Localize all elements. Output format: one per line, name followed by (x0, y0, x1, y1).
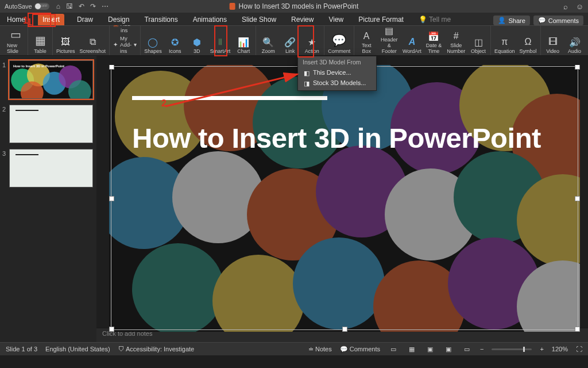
video-button[interactable]: 🎞Video (544, 36, 562, 54)
header-footer-button[interactable]: ▤Header & Footer (380, 25, 399, 54)
qat-more-icon[interactable]: ⋯ (102, 2, 109, 10)
document-title: How to Insert 3D models in PowerPoint (230, 2, 359, 10)
fit-to-window-icon[interactable]: ⛶ (576, 346, 582, 352)
equation-button[interactable]: πEquation (494, 36, 515, 54)
reading-view-icon[interactable]: ▣ (425, 345, 435, 353)
comment-button[interactable]: 💬Comment (328, 33, 350, 54)
screenshot-button[interactable]: ⧉Screenshot (80, 36, 106, 54)
sorter-view-icon[interactable]: ▦ (407, 345, 417, 353)
dropdown-header: Insert 3D Model From (298, 56, 376, 67)
svg-point-22 (132, 243, 224, 332)
textbox-button[interactable]: AText Box (358, 30, 375, 54)
qat-undo-icon[interactable]: ↶ (79, 2, 84, 10)
language-status[interactable]: English (United States) (45, 346, 110, 352)
svg-point-24 (293, 237, 385, 329)
icons-button[interactable]: ✪Icons (167, 36, 184, 54)
share-button[interactable]: 👤 Share (493, 16, 529, 25)
date-time-button[interactable]: 📅Date & Time (425, 30, 442, 54)
shapes-button[interactable]: ◯Shapes (144, 36, 162, 54)
symbol-button[interactable]: ΩSymbol (520, 36, 537, 54)
title-bar: AutoSave OFF ⌂ 🖫 ↶ ↷ ⋯ How to Insert 3D … (0, 0, 588, 13)
tab-draw[interactable]: Draw (75, 14, 95, 25)
annotation-number-2: 2 (161, 98, 167, 109)
qat-home-icon[interactable]: ⌂ (56, 2, 60, 10)
zoom-out-icon[interactable]: − (480, 346, 483, 352)
ribbon-tabs: Home Insert Draw Design Transitions Anim… (0, 13, 588, 25)
tab-view[interactable]: View (326, 14, 346, 25)
slideshow-view-icon[interactable]: ▣ (443, 345, 454, 353)
dropdown-item-this-device[interactable]: ◧This Device... (298, 67, 376, 78)
powerpoint-file-icon (230, 3, 235, 10)
comments-toggle[interactable]: 💬 Comments (340, 346, 380, 353)
comments-button[interactable]: 💬 Comments (533, 16, 583, 25)
cube-icon: ◧ (304, 70, 310, 75)
notes-toggle[interactable]: ≐ Notes (308, 346, 332, 353)
tell-me-search[interactable]: 💡 Tell me (416, 14, 453, 25)
wordart-button[interactable]: AWordArt (403, 36, 420, 54)
3d-model-dropdown: Insert 3D Model From ◧This Device... ◨St… (297, 56, 377, 91)
slide-number-button[interactable]: #Slide Number (447, 30, 465, 54)
slide-thumbnails-panel[interactable]: 1 How to Insert 3D in PowerPoint 2 3 (0, 56, 96, 342)
tab-animations[interactable]: Animations (191, 14, 229, 25)
slide-canvas[interactable]: How to Insert 3D in PowerPoint (109, 65, 580, 332)
slide-title[interactable]: How to Insert 3D in PowerPoint (132, 124, 541, 153)
object-button[interactable]: ◫Object (470, 36, 487, 54)
accessibility-status[interactable]: ⛉ Accessibility: Investigate (118, 346, 195, 352)
search-icon[interactable]: ⌕ (563, 2, 568, 11)
qat-save-icon[interactable]: 🖫 (66, 2, 73, 10)
chart-button[interactable]: 📊Chart (235, 36, 252, 54)
zoom-level[interactable]: 120% (552, 346, 568, 352)
ribbon: ▭New Slide ▦Table 🖼Pictures ⧉Screenshot … (0, 25, 588, 56)
qat-redo-icon[interactable]: ↷ (90, 2, 96, 10)
account-icon[interactable]: ☺ (576, 2, 583, 11)
my-addins-button[interactable]: ✦My Add-ins▾ (113, 35, 137, 54)
tab-picture-format[interactable]: Picture Format (356, 14, 406, 25)
zoom-slider[interactable] (492, 348, 532, 350)
zoom-in-icon[interactable]: + (540, 346, 543, 352)
tab-review[interactable]: Review (289, 14, 316, 25)
action-button[interactable]: ★Action (303, 36, 320, 54)
slide-counter[interactable]: Slide 1 of 3 (6, 346, 37, 352)
audio-button[interactable]: 🔊Audio (566, 36, 583, 54)
tab-transitions[interactable]: Transitions (142, 14, 180, 25)
thumbnail-slide-1[interactable]: 1 How to Insert 3D in PowerPoint (1, 60, 93, 99)
link-button[interactable]: 🔗Link (281, 36, 299, 54)
tab-design[interactable]: Design (106, 14, 131, 25)
tab-insert[interactable]: Insert (38, 14, 64, 25)
status-bar: Slide 1 of 3 English (United States) ⛉ A… (0, 342, 588, 355)
pictures-button[interactable]: 🖼Pictures (56, 36, 75, 54)
quick-access-toolbar: ⌂ 🖫 ↶ ↷ ⋯ (56, 2, 109, 10)
autosave-toggle[interactable]: AutoSave OFF (5, 3, 49, 10)
thumbnail-slide-3[interactable]: 3 (1, 149, 93, 187)
new-slide-button[interactable]: ▭New Slide (7, 27, 24, 54)
thumbnail-title: How to Insert 3D in PowerPoint (13, 64, 89, 68)
tab-slideshow[interactable]: Slide Show (239, 14, 278, 25)
thumbnail-slide-2[interactable]: 2 (1, 105, 93, 143)
table-button[interactable]: ▦Table (32, 33, 49, 54)
3d-models-button[interactable]: ⬢3D (188, 36, 206, 54)
presenter-view-icon[interactable]: ▭ (462, 345, 472, 353)
cube-icon: ◨ (304, 80, 310, 86)
annotation-number-1-overlay: 1 (23, 16, 28, 26)
zoom-button[interactable]: 🔍Zoom (260, 36, 277, 54)
normal-view-icon[interactable]: ▭ (388, 345, 399, 353)
smartart-button[interactable]: ⫴SmartArt (210, 36, 231, 54)
dropdown-item-stock-models[interactable]: ◨Stock 3D Models... (298, 78, 376, 88)
